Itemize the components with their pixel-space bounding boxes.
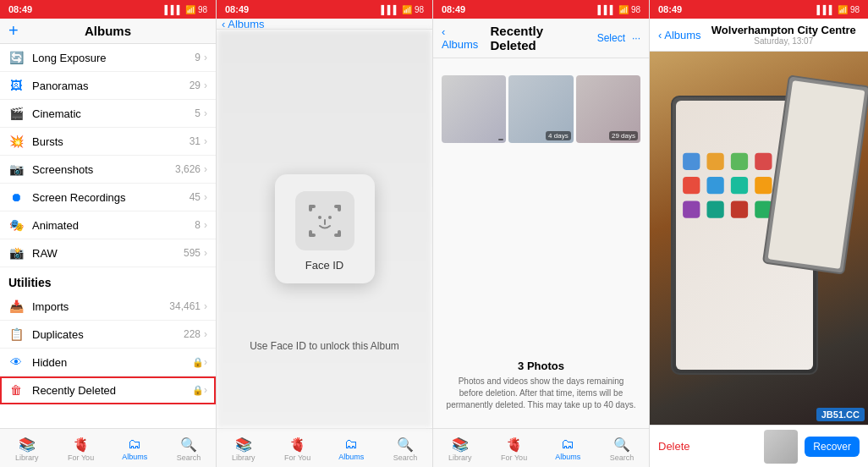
imports-icon: 📥 — [7, 299, 25, 313]
tab-albums-label-3: Albums — [555, 453, 580, 461]
albums-tab-icon: 🗂 — [128, 437, 141, 452]
back-button-4[interactable]: ‹ Albums — [658, 29, 701, 41]
panel3-title: Recently Deleted — [490, 24, 590, 52]
bursts-icon: 💥 — [7, 135, 25, 148]
tab-library-2[interactable]: 📚 Library — [217, 432, 271, 465]
album-count: 31 — [190, 135, 201, 147]
svg-rect-16 — [683, 177, 700, 194]
svg-rect-22 — [706, 201, 723, 217]
photo-thumb-3[interactable]: 29 days — [576, 75, 640, 143]
more-button[interactable]: ··· — [632, 32, 640, 44]
search-tab-icon: 🔍 — [180, 437, 197, 453]
svg-rect-14 — [755, 152, 772, 169]
back-button-3[interactable]: ‹ Albums — [442, 25, 483, 51]
svg-rect-5 — [338, 205, 341, 212]
tab-foryou-1[interactable]: 🫀 For You — [54, 432, 108, 465]
svg-rect-23 — [730, 201, 747, 217]
tab-library-label-2: Library — [232, 453, 255, 462]
chevron-icon: › — [204, 107, 207, 119]
devices-illustration — [661, 80, 857, 397]
faceid-prompt-text: Use Face ID to unlock this Album — [217, 340, 432, 352]
faceid-popup[interactable]: Face ID — [275, 174, 375, 283]
panel3-actions: Select ··· — [597, 32, 640, 44]
tab-library-1[interactable]: 📚 Library — [0, 432, 54, 465]
search-tab-icon-3: 🔍 — [613, 437, 630, 453]
tab-albums-1[interactable]: 🗂 Albums — [108, 432, 162, 465]
library-tab-icon: 📚 — [19, 437, 36, 453]
tab-bar-2: 📚 Library 🫀 For You 🗂 Albums 🔍 Search — [217, 428, 432, 467]
tab-albums-2[interactable]: 🗂 Albums — [325, 432, 379, 465]
nav-bar-4: ‹ Albums Wolverhampton City Centre Satur… — [650, 19, 868, 52]
album-item-imports[interactable]: 📥 Imports 34,461 › — [0, 293, 216, 321]
album-item-duplicates[interactable]: 📋 Duplicates 228 › — [0, 321, 216, 349]
back-button-2[interactable]: ‹ Albums — [222, 18, 265, 30]
chevron-icon: › — [204, 328, 207, 340]
photo-image — [650, 52, 868, 425]
tab-search-label-2: Search — [393, 453, 418, 462]
album-item-bursts[interactable]: 💥 Bursts 31 › — [0, 128, 216, 156]
album-item-cinematic[interactable]: 🎬 Cinematic 5 › — [0, 100, 216, 128]
tab-foryou-label-3: For You — [501, 453, 527, 462]
lock-icon: 🔒 — [192, 385, 204, 396]
photo-thumb-1[interactable] — [442, 75, 506, 143]
photo-main-container[interactable]: JB51.CC — [650, 52, 868, 425]
photo-thumbnail — [764, 430, 798, 464]
select-button[interactable]: Select — [597, 32, 625, 44]
add-album-button[interactable]: + — [8, 21, 19, 41]
album-item-screen-recordings[interactable]: ⏺ Screen Recordings 45 › — [0, 184, 216, 212]
album-item-animated[interactable]: 🎭 Animated 8 › — [0, 212, 216, 239]
tab-search-1[interactable]: 🔍 Search — [162, 432, 216, 465]
album-item-recently-deleted[interactable]: 🗑 Recently Deleted 🔒 › — [0, 376, 216, 404]
wifi-icon: 📶 — [838, 5, 848, 14]
album-item-screenshots[interactable]: 📷 Screenshots 3,626 › — [0, 156, 216, 184]
chevron-icon: › — [204, 356, 207, 368]
svg-rect-11 — [683, 152, 700, 169]
photos-description: Photos and videos show the days remainin… — [446, 376, 636, 411]
album-count: 3,626 — [175, 163, 201, 175]
album-item-long-exposure[interactable]: 🔄 Long Exposure 9 › — [0, 44, 216, 72]
album-name: Bursts — [32, 135, 190, 148]
panel4-bottom-strip: Delete Recover — [650, 425, 868, 467]
album-item-raw[interactable]: 📸 RAW 595 › — [0, 239, 216, 267]
album-name: Long Exposure — [32, 52, 195, 64]
delete-button[interactable]: Delete — [658, 440, 690, 453]
photo-thumb-2[interactable]: 4 days — [508, 75, 573, 143]
album-list: 🔄 Long Exposure 9 › 🖼 Panoramas 29 › 🎬 C… — [0, 44, 216, 428]
status-icons-4: ▌▌▌ 📶 98 — [817, 5, 860, 14]
album-count: 228 — [184, 328, 201, 340]
status-time-3: 08:49 — [442, 4, 465, 14]
svg-rect-18 — [730, 177, 747, 194]
tab-albums-3[interactable]: 🗂 Albums — [541, 432, 596, 465]
tab-library-3[interactable]: 📚 Library — [433, 432, 487, 465]
album-item-panoramas[interactable]: 🖼 Panoramas 29 › — [0, 72, 216, 100]
album-name: Screenshots — [32, 163, 175, 176]
album-name: Animated — [32, 219, 195, 232]
chevron-icon: › — [204, 80, 207, 91]
panel3-info: 3 Photos Photos and videos show the days… — [442, 351, 640, 420]
albums-title: Albums — [85, 24, 131, 38]
svg-rect-21 — [683, 201, 700, 217]
tab-foryou-label-2: For You — [284, 453, 310, 462]
faceid-label: Face ID — [305, 259, 344, 272]
faceid-icon — [295, 191, 354, 250]
albums-tab-icon-2: 🗂 — [344, 437, 358, 452]
status-bar-3: 08:49 ▌▌▌ 📶 98 — [433, 0, 649, 19]
tab-foryou-2[interactable]: 🫀 For You — [271, 432, 325, 465]
lock-icon: 🔒 — [192, 357, 204, 368]
signal-icon: ▌▌▌ — [165, 5, 183, 14]
chevron-icon: › — [204, 219, 207, 231]
photo-location-title: Wolverhampton City Centre — [708, 24, 860, 36]
svg-rect-4 — [309, 205, 312, 212]
tab-foryou-3[interactable]: 🫀 For You — [487, 432, 541, 465]
album-name: Cinematic — [32, 107, 195, 120]
screen-recordings-icon: ⏺ — [7, 190, 25, 204]
wifi-icon: 📶 — [618, 5, 629, 14]
recover-button[interactable]: Recover — [805, 437, 860, 457]
tab-search-3[interactable]: 🔍 Search — [595, 432, 649, 465]
tab-bar-3: 📚 Library 🫀 For You 🗂 Albums 🔍 Search — [433, 428, 649, 467]
status-time-1: 08:49 — [8, 4, 32, 14]
panel4-photo-view: 08:49 ▌▌▌ 📶 98 ‹ Albums Wolverhampton Ci… — [650, 0, 868, 467]
tab-search-2[interactable]: 🔍 Search — [378, 432, 432, 465]
album-item-hidden[interactable]: 👁 Hidden 🔒 › — [0, 349, 216, 376]
status-icons-3: ▌▌▌ 📶 98 — [598, 5, 640, 14]
